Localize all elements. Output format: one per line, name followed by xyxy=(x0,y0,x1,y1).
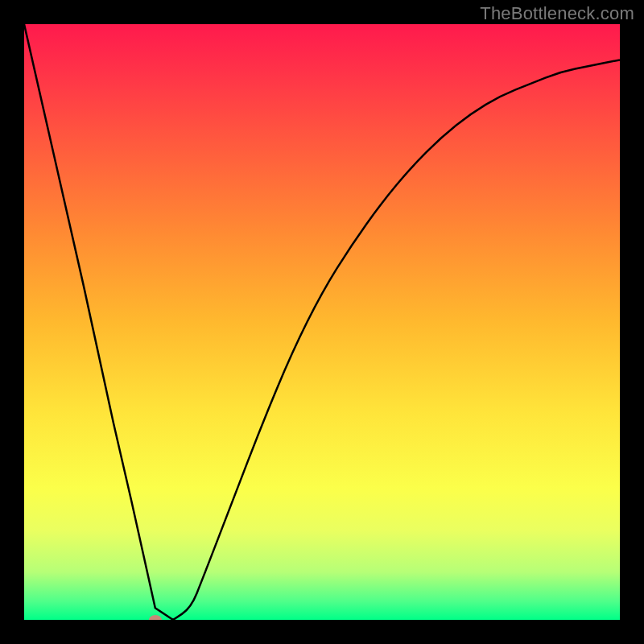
curve-svg xyxy=(24,24,620,620)
watermark-text: TheBottleneck.com xyxy=(480,3,634,24)
curve-path xyxy=(24,24,620,620)
chart-frame: TheBottleneck.com xyxy=(0,0,644,644)
minimum-marker xyxy=(149,615,162,620)
plot-area xyxy=(24,24,620,620)
